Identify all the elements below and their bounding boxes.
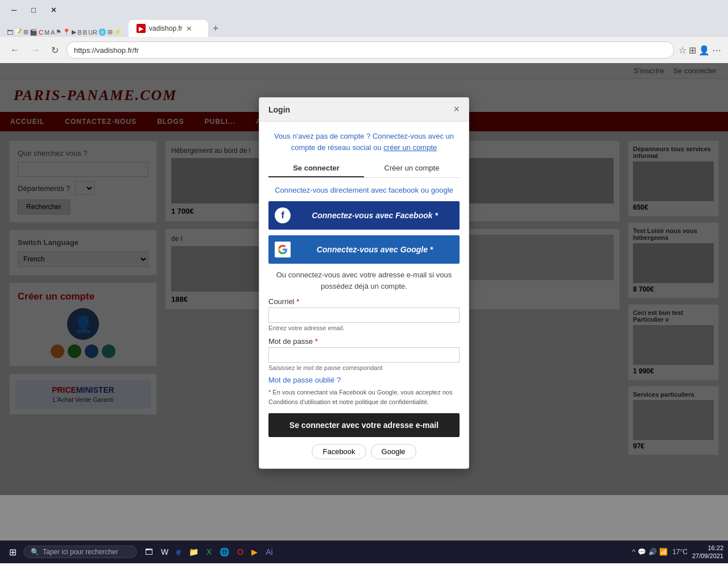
taskbar-icon-files[interactable]: 📁: [185, 546, 202, 558]
modal-title: Login: [268, 105, 290, 114]
systray-icons: ^💬🔊📶: [632, 548, 668, 556]
taskbar-icon-vlc[interactable]: ▶: [248, 546, 261, 558]
modal-close-button[interactable]: ×: [453, 103, 460, 115]
taskbar-search-bar[interactable]: 🔍 Taper ici pour rechercher: [23, 546, 137, 558]
email-input[interactable]: [268, 307, 460, 323]
tab-close-icon[interactable]: ✕: [186, 24, 192, 33]
account-icon[interactable]: 👤: [698, 45, 710, 56]
password-input[interactable]: [268, 347, 460, 363]
email-required: *: [296, 297, 299, 306]
tab-favicon: ▶: [136, 24, 146, 33]
password-required: *: [315, 337, 318, 346]
login-email-button[interactable]: Se connecter avec votre adresse e-mail: [268, 413, 460, 437]
password-label: Mot de passe *: [268, 337, 460, 346]
forward-button[interactable]: →: [27, 43, 43, 57]
forgot-password-link[interactable]: Mot de passe oublié ?: [268, 376, 460, 384]
email-hint: Entrez votre adresse email.: [268, 325, 460, 331]
taskbar: ⊞ 🔍 Taper ici pour rechercher 🗔 W e 📁 X …: [0, 541, 728, 563]
taskbar-icon-ai[interactable]: Ai: [262, 546, 276, 558]
close-window-button[interactable]: ✕: [44, 3, 64, 16]
facebook-login-button[interactable]: f Connectez-vous avec Facebook *: [268, 201, 460, 230]
email-label: Courriel *: [268, 297, 460, 306]
start-button[interactable]: ⊞: [5, 544, 21, 560]
modal-info: Vous n'avez pas de compte ? Connectez-vo…: [268, 131, 460, 153]
facebook-icon: f: [275, 207, 291, 223]
modal-info-text: Vous n'avez pas de compte ? Connectez-vo…: [274, 132, 454, 152]
reload-button[interactable]: ↻: [48, 43, 62, 58]
modal-header: Login ×: [259, 98, 469, 122]
taskbar-icon-excel[interactable]: X: [203, 546, 215, 558]
password-hint: Saisissez le mot de passe correspondant: [268, 364, 460, 371]
taskbar-icon-word[interactable]: W: [158, 546, 172, 558]
tos-text: * En vous connectant via Facebook ou Goo…: [268, 388, 460, 406]
google-login-button[interactable]: Connectez-vous avec Google *: [268, 235, 460, 264]
new-tab-button[interactable]: +: [208, 20, 224, 37]
taskbar-icon-opera[interactable]: O: [234, 546, 247, 558]
collections-icon[interactable]: ⊞: [689, 45, 696, 56]
create-account-link[interactable]: créer un compte: [383, 143, 437, 152]
tab-create-account[interactable]: Créer un compte: [364, 160, 460, 177]
modal-tabs: Se connecter Créer un compte: [268, 160, 460, 178]
active-tab[interactable]: ▶ vadishop.fr ✕: [129, 20, 208, 37]
minimize-button[interactable]: ─: [5, 3, 23, 16]
favorites-icon[interactable]: ☆: [679, 45, 686, 56]
taskbar-icon-edge[interactable]: e: [173, 546, 184, 558]
modal-body: Vous n'avez pas de compte ? Connectez-vo…: [259, 122, 469, 468]
alt-login-buttons: Facebook Google: [268, 444, 460, 459]
settings-icon[interactable]: ⋯: [712, 45, 721, 56]
tab-login[interactable]: Se connecter: [268, 160, 364, 177]
taskbar-icon-chrome[interactable]: 🌐: [216, 546, 233, 558]
address-bar[interactable]: [67, 41, 674, 59]
weather-temp: 17°C: [672, 548, 688, 556]
clock: 16:22 27/09/2021: [692, 544, 723, 560]
google-icon: [275, 242, 291, 257]
facebook-btn-text: Connectez-vous avec Facebook *: [296, 211, 453, 220]
search-taskbar-icon: 🔍: [31, 548, 39, 556]
alt-google-button[interactable]: Google: [371, 444, 416, 459]
or-separator: Ou connectez-vous avec votre adresse e-m…: [268, 269, 460, 292]
alt-facebook-button[interactable]: Facebook: [312, 444, 366, 459]
social-prompt-text: Connectez-vous directement avec facebook…: [268, 186, 460, 194]
google-btn-text: Connectez-vous avec Google *: [296, 245, 453, 254]
tab-title: vadishop.fr: [149, 24, 183, 32]
taskbar-icon-1[interactable]: 🗔: [142, 546, 156, 558]
maximize-button[interactable]: □: [24, 3, 43, 16]
login-modal: Login × Vous n'avez pas de compte ? Conn…: [259, 97, 469, 469]
search-taskbar-placeholder: Taper ici pour rechercher: [43, 548, 118, 556]
back-button[interactable]: ←: [7, 43, 23, 57]
